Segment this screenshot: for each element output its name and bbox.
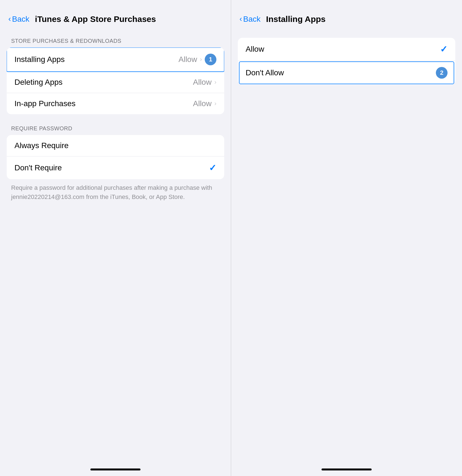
right-home-indicator — [322, 468, 372, 470]
left-header: ‹ Back iTunes & App Store Purchases — [0, 0, 231, 29]
left-home-indicator — [90, 468, 140, 470]
deleting-apps-chevron-icon: › — [214, 79, 216, 86]
purchases-card-group: Installing Apps Allow › 1 Deleting Apps … — [7, 48, 224, 114]
inapp-purchases-allow-text: Allow — [193, 99, 212, 108]
left-back-label: Back — [12, 15, 29, 24]
allow-row[interactable]: Allow ✓ — [238, 38, 455, 61]
right-back-button[interactable]: ‹ Back — [239, 15, 261, 24]
section-password-header: REQUIRE PASSWORD — [0, 125, 231, 135]
inapp-purchases-label: In-app Purchases — [14, 99, 75, 108]
inapp-purchases-value: Allow › — [193, 99, 216, 108]
deleting-apps-row[interactable]: Deleting Apps Allow › — [7, 72, 224, 93]
installing-apps-label: Installing Apps — [14, 55, 65, 64]
dont-require-checkmark-icon: ✓ — [209, 163, 216, 173]
dont-require-row[interactable]: Don't Require ✓ — [7, 156, 224, 179]
right-panel: ‹ Back Installing Apps Allow ✓ Don't All… — [231, 0, 462, 476]
left-panel: ‹ Back iTunes & App Store Purchases STOR… — [0, 0, 231, 476]
dont-allow-badge: 2 — [436, 67, 448, 79]
left-page-title: iTunes & App Store Purchases — [35, 14, 156, 24]
right-back-chevron-icon: ‹ — [239, 15, 242, 23]
installing-apps-badge: 1 — [205, 54, 216, 65]
installing-apps-value: Allow › 1 — [179, 54, 216, 65]
allow-label: Allow — [246, 45, 264, 54]
inapp-purchases-chevron-icon: › — [214, 100, 216, 107]
left-back-button[interactable]: ‹ Back — [8, 15, 29, 24]
deleting-apps-value: Allow › — [193, 78, 216, 87]
section-purchases-header: STORE PURCHASES & REDOWNLOADS — [0, 38, 231, 48]
password-description: Require a password for additional purcha… — [0, 179, 231, 201]
installing-apps-row[interactable]: Installing Apps Allow › 1 — [7, 48, 224, 72]
right-back-label: Back — [243, 15, 260, 24]
right-page-title: Installing Apps — [266, 14, 326, 24]
installing-apps-chevron-icon: › — [200, 56, 202, 63]
installing-apps-allow-text: Allow — [179, 55, 197, 64]
always-require-row[interactable]: Always Require — [7, 135, 224, 156]
password-card-group: Always Require Don't Require ✓ — [7, 135, 224, 179]
installing-apps-card-group: Allow ✓ Don't Allow 2 — [238, 38, 455, 85]
inapp-purchases-row[interactable]: In-app Purchases Allow › — [7, 93, 224, 114]
deleting-apps-label: Deleting Apps — [14, 78, 63, 87]
always-require-label: Always Require — [14, 141, 69, 150]
dont-allow-label: Don't Allow — [246, 68, 284, 77]
deleting-apps-allow-text: Allow — [193, 78, 212, 87]
back-chevron-icon: ‹ — [8, 15, 11, 23]
dont-allow-row[interactable]: Don't Allow 2 — [238, 61, 455, 85]
right-header: ‹ Back Installing Apps — [231, 0, 462, 29]
dont-require-label: Don't Require — [14, 163, 62, 172]
allow-checkmark-icon: ✓ — [440, 44, 448, 54]
